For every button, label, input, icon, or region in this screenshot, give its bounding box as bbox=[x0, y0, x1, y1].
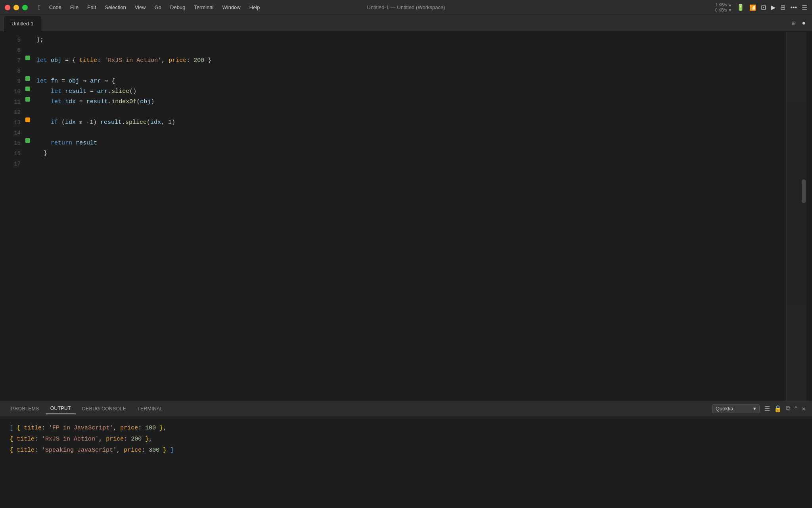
tab-problems[interactable]: PROBLEMS bbox=[6, 404, 44, 414]
tab-debug-console[interactable]: DEBUG CONSOLE bbox=[77, 404, 131, 414]
output-line-1: [ { title: 'FP in JavaScript', price: 10… bbox=[10, 423, 802, 434]
wifi-icon: 📶 bbox=[749, 4, 756, 11]
tab-output[interactable]: OUTPUT bbox=[46, 403, 76, 414]
panel-icons: ☰ 🔒 ⧉ ⌃ ✕ bbox=[764, 405, 806, 413]
output-line-3: { title: 'Speaking JavaScript', price: 3… bbox=[10, 445, 802, 456]
tab-terminal[interactable]: TERMINAL bbox=[132, 404, 168, 414]
line-number-11: 11 bbox=[0, 97, 24, 107]
menu-go[interactable]: Go bbox=[151, 3, 165, 12]
dropdown-arrow: ▾ bbox=[753, 406, 756, 412]
menu-selection[interactable]: Selection bbox=[101, 3, 130, 12]
menu-debug[interactable]: Debug bbox=[166, 3, 189, 12]
line-content-16: } bbox=[32, 148, 812, 159]
controls-icon: ⊞ bbox=[780, 4, 785, 11]
maximize-button[interactable] bbox=[22, 5, 28, 10]
line-indicator-7 bbox=[24, 56, 32, 60]
code-line-12: 12 bbox=[0, 107, 812, 117]
menu-edit[interactable]: Edit bbox=[83, 3, 100, 12]
line-content-7: let obj = { title: 'RxJS in Action', pri… bbox=[32, 56, 812, 66]
panel-dropdown[interactable]: Quokka ▾ bbox=[712, 404, 760, 413]
line-indicator-15 bbox=[24, 138, 32, 143]
copy-icon[interactable]: ⧉ bbox=[786, 405, 790, 412]
code-line-8: 8 bbox=[0, 66, 812, 76]
line-content-10: let result = arr.slice() bbox=[32, 87, 812, 97]
line-content-5: }; bbox=[32, 35, 812, 45]
panel: PROBLEMS OUTPUT DEBUG CONSOLE TERMINAL Q… bbox=[0, 401, 812, 508]
line-number-14: 14 bbox=[0, 128, 24, 138]
scrollbar-thumb[interactable] bbox=[802, 179, 806, 203]
network-stats: 1 KB/s ▲0 KB/s ▼ bbox=[715, 2, 732, 13]
menu-view[interactable]: View bbox=[131, 3, 150, 12]
menu-window[interactable]: Window bbox=[218, 3, 245, 12]
tab-bar: Untitled-1 ⊞ ● bbox=[0, 15, 812, 32]
indent-guide bbox=[786, 32, 787, 401]
play-icon: ▶ bbox=[771, 4, 776, 11]
code-line-17: 17 bbox=[0, 159, 812, 169]
tab-actions: ⊞ ● bbox=[792, 15, 812, 31]
line-number-17: 17 bbox=[0, 159, 24, 169]
menu-file[interactable]: File bbox=[66, 3, 82, 12]
line-content-11: let idx = result.indexOf(obj) bbox=[32, 97, 812, 107]
line-number-10: 10 bbox=[0, 87, 24, 97]
minimize-button[interactable] bbox=[13, 5, 19, 10]
line-content-9: let fn = obj ⇒ arr ⇒ { bbox=[32, 76, 812, 87]
lock-icon[interactable]: 🔒 bbox=[774, 405, 782, 413]
editor-area[interactable]: 5 }; 6 7 let obj = { title: 'RxJS in Act… bbox=[0, 32, 812, 401]
traffic-lights bbox=[5, 5, 28, 10]
dropdown-value: Quokka bbox=[716, 406, 733, 412]
menu-code[interactable]: Code bbox=[45, 3, 65, 12]
menu-terminal[interactable]: Terminal bbox=[190, 3, 217, 12]
apple-menu[interactable]:  bbox=[34, 2, 44, 13]
dirty-indicator: ● bbox=[802, 20, 806, 27]
line-indicator-11 bbox=[24, 97, 32, 102]
code-line-5: 5 }; bbox=[0, 35, 812, 45]
line-number-9: 9 bbox=[0, 76, 24, 87]
panel-tab-right: Quokka ▾ ☰ 🔒 ⧉ ⌃ ✕ bbox=[712, 404, 806, 413]
close-button[interactable] bbox=[5, 5, 10, 10]
code-line-16: 16 } bbox=[0, 148, 812, 159]
menubar:  Code File Edit Selection View Go Debug… bbox=[0, 0, 812, 15]
code-line-6: 6 bbox=[0, 45, 812, 56]
airplay-icon: ⊡ bbox=[761, 4, 766, 11]
line-number-12: 12 bbox=[0, 107, 24, 117]
list-icon: ☰ bbox=[802, 4, 807, 11]
line-content-15: return result bbox=[32, 138, 812, 148]
panel-tabs: PROBLEMS OUTPUT DEBUG CONSOLE TERMINAL Q… bbox=[0, 401, 812, 416]
code-line-15: 15 return result bbox=[0, 138, 812, 148]
line-indicator-10 bbox=[24, 87, 32, 91]
line-number-15: 15 bbox=[0, 138, 24, 148]
line-number-5: 5 bbox=[0, 35, 24, 45]
code-line-11: 11 let idx = result.indexOf(obj) bbox=[0, 97, 812, 107]
output-line-2: { title: 'RxJS in Action', price: 200 }, bbox=[10, 434, 802, 445]
code-line-14: 14 bbox=[0, 128, 812, 138]
battery-icon: 🔋 bbox=[737, 4, 745, 11]
title-bar-right: 1 KB/s ▲0 KB/s ▼ 🔋 📶 ⊡ ▶ ⊞ ••• ☰ bbox=[715, 2, 807, 13]
editor-container: 5 }; 6 7 let obj = { title: 'RxJS in Act… bbox=[0, 32, 812, 508]
line-content-13: if (idx ≢ -1) result.splice(idx, 1) bbox=[32, 117, 812, 128]
more-icon: ••• bbox=[790, 4, 797, 11]
line-number-16: 16 bbox=[0, 148, 24, 159]
close-panel-icon[interactable]: ✕ bbox=[802, 405, 806, 413]
code-lines: 5 }; 6 7 let obj = { title: 'RxJS in Act… bbox=[0, 35, 812, 169]
line-indicator-9 bbox=[24, 76, 32, 81]
code-line-9: 9 let fn = obj ⇒ arr ⇒ { bbox=[0, 76, 812, 87]
code-line-10: 10 let result = arr.slice() bbox=[0, 87, 812, 97]
split-editor-icon[interactable]: ⊞ bbox=[792, 19, 796, 27]
code-line-13: 13 if (idx ≢ -1) result.splice(idx, 1) bbox=[0, 117, 812, 128]
list-lines-icon[interactable]: ☰ bbox=[764, 405, 770, 413]
window-title: Untitled-1 — Untitled (Workspace) bbox=[367, 4, 445, 10]
menu-help[interactable]: Help bbox=[245, 3, 264, 12]
panel-content: [ { title: 'FP in JavaScript', price: 10… bbox=[0, 416, 812, 508]
line-number-7: 7 bbox=[0, 56, 24, 66]
line-indicator-13 bbox=[24, 117, 32, 122]
editor-tab-untitled[interactable]: Untitled-1 bbox=[3, 16, 42, 31]
collapse-icon[interactable]: ⌃ bbox=[794, 405, 798, 413]
line-number-6: 6 bbox=[0, 45, 24, 56]
code-line-7: 7 let obj = { title: 'RxJS in Action', p… bbox=[0, 56, 812, 66]
line-number-13: 13 bbox=[0, 117, 24, 128]
minimap[interactable] bbox=[787, 32, 806, 401]
tab-label: Untitled-1 bbox=[11, 21, 34, 27]
line-number-8: 8 bbox=[0, 66, 24, 76]
